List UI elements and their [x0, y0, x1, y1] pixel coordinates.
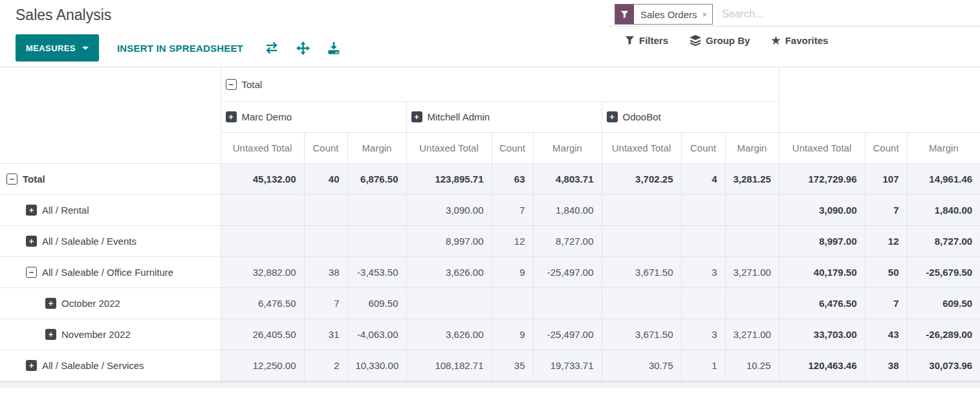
measure-header-untaxed-total[interactable]: Untaxed Total	[602, 132, 681, 163]
funnel-icon	[615, 5, 634, 24]
pivot-cell: 609.50	[907, 287, 980, 319]
pivot-cell: 3,271.00	[725, 319, 779, 350]
col-header-odoobot[interactable]: +OdooBot	[602, 101, 779, 132]
pivot-cell: -25,679.50	[907, 256, 980, 287]
flip-axis-icon[interactable]	[265, 41, 279, 54]
col-header-total[interactable]: −Total	[221, 67, 779, 101]
table-row: +November 202226,405.5031-4,063.003,626.…	[0, 319, 980, 350]
measure-header-untaxed-total[interactable]: Untaxed Total	[406, 132, 492, 163]
collapse-minus-icon[interactable]: −	[26, 267, 37, 278]
expand-plus-icon[interactable]: +	[26, 360, 37, 371]
favorites-label: Favorites	[785, 35, 829, 46]
pivot-cell	[602, 194, 681, 225]
collapse-minus-icon[interactable]: −	[226, 79, 237, 90]
pivot-cell: 12	[865, 225, 907, 256]
row-header-label: November 2022	[61, 329, 131, 340]
col-header-aggregate-empty	[779, 67, 980, 132]
pivot-cell	[492, 287, 533, 319]
pivot-toolbar: MEASURES INSERT IN SPREADSHEET	[16, 34, 340, 62]
group-header-content: +OdooBot	[607, 111, 661, 122]
pivot-cell	[406, 287, 492, 319]
pivot-cell: 12,250.00	[221, 350, 304, 381]
row-header-all-saleable-office-furniture[interactable]: −All / Saleable / Office Furniture	[0, 256, 221, 287]
funnel-icon	[625, 36, 635, 45]
facet-remove-icon[interactable]: ×	[701, 5, 713, 24]
row-header-content: −Total	[6, 174, 45, 185]
row-header-all-saleable-services[interactable]: +All / Saleable / Services	[0, 350, 221, 381]
measure-header-count[interactable]: Count	[304, 132, 347, 163]
expand-plus-icon[interactable]: +	[226, 111, 237, 122]
pivot-cell: 63	[492, 163, 533, 194]
pivot-cell	[602, 225, 681, 256]
measure-header-count[interactable]: Count	[492, 132, 533, 163]
table-row: −Total45,132.00406,876.50123,895.71634,8…	[0, 163, 980, 194]
measure-header-margin[interactable]: Margin	[725, 132, 779, 163]
expand-plus-icon[interactable]: +	[45, 298, 56, 309]
row-header-all-saleable-events[interactable]: +All / Saleable / Events	[0, 225, 221, 256]
pivot-table: −Total+Marc Demo+Mitchell Admin+OdooBotU…	[0, 67, 980, 381]
measures-button-label: MEASURES	[26, 43, 76, 53]
collapse-minus-icon[interactable]: −	[6, 174, 17, 185]
col-header-mitchell-admin[interactable]: +Mitchell Admin	[406, 101, 602, 132]
search-facet-label: Sales Orders	[634, 5, 701, 24]
expand-all-icon[interactable]	[296, 41, 310, 55]
expand-plus-icon[interactable]: +	[26, 205, 37, 216]
pivot-cell: 40	[304, 163, 347, 194]
insert-in-spreadsheet-button[interactable]: INSERT IN SPREADSHEET	[117, 43, 243, 54]
group-header-label: OdooBot	[623, 111, 661, 122]
row-header-label: All / Saleable / Services	[42, 360, 144, 371]
expand-plus-icon[interactable]: +	[26, 236, 37, 247]
row-header-all-rental[interactable]: +All / Rental	[0, 194, 221, 225]
pivot-cell: 38	[865, 350, 907, 381]
pivot-cell: 26,405.50	[221, 319, 304, 350]
pivot-cell: 12	[492, 225, 533, 256]
row-header-content: +October 2022	[45, 298, 120, 309]
measures-button[interactable]: MEASURES	[16, 34, 99, 62]
search-bar[interactable]: Sales Orders ×	[608, 3, 980, 27]
pivot-cell: 108,182.71	[406, 350, 492, 381]
group-by-button[interactable]: Group By	[690, 35, 750, 46]
group-header-content: +Mitchell Admin	[411, 111, 490, 122]
measure-header-margin[interactable]: Margin	[533, 132, 602, 163]
group-header-label: Marc Demo	[242, 111, 292, 122]
pivot-cell: 38	[304, 256, 347, 287]
favorites-button[interactable]: ★ Favorites	[771, 35, 828, 46]
download-icon[interactable]	[327, 42, 340, 54]
search-input[interactable]	[721, 8, 980, 21]
pivot-cell	[304, 194, 347, 225]
measure-header-count[interactable]: Count	[681, 132, 725, 163]
measure-header-untaxed-total[interactable]: Untaxed Total	[779, 132, 865, 163]
pivot-cell: 3,671.50	[602, 256, 681, 287]
measure-header-untaxed-total[interactable]: Untaxed Total	[221, 132, 304, 163]
page-background-strip	[0, 381, 980, 388]
measure-header-count[interactable]: Count	[865, 132, 907, 163]
pivot-cell: 172,729.96	[779, 163, 865, 194]
pivot-cell: 14,961.46	[907, 163, 980, 194]
col-header-marc-demo[interactable]: +Marc Demo	[221, 101, 406, 132]
row-header-total[interactable]: −Total	[0, 163, 221, 194]
expand-plus-icon[interactable]: +	[607, 111, 618, 122]
row-header-october-2022[interactable]: +October 2022	[0, 287, 221, 319]
row-header-november-2022[interactable]: +November 2022	[0, 319, 221, 350]
row-header-content: +All / Saleable / Events	[26, 236, 136, 247]
row-header-label: October 2022	[61, 298, 120, 309]
pivot-corner-cell	[0, 67, 221, 163]
pivot-cell	[681, 225, 725, 256]
table-row: +All / Saleable / Events8,997.00128,727.…	[0, 225, 980, 256]
pivot-cell: 8,727.00	[907, 225, 980, 256]
measure-header-margin[interactable]: Margin	[347, 132, 406, 163]
pivot-cell: 3	[681, 319, 725, 350]
chevron-down-icon	[82, 47, 89, 50]
measure-header-margin[interactable]: Margin	[907, 132, 980, 163]
pivot-cell: 7	[865, 287, 907, 319]
pivot-cell: 1	[681, 350, 725, 381]
filters-button[interactable]: Filters	[625, 35, 668, 46]
top-header: Sales Analysis MEASURES INSERT IN SPREAD…	[0, 0, 980, 67]
table-row: +October 20226,476.507609.506,476.507609…	[0, 287, 980, 319]
pivot-cell: 45,132.00	[221, 163, 304, 194]
expand-plus-icon[interactable]: +	[411, 111, 422, 122]
pivot-cell: 30.75	[602, 350, 681, 381]
expand-plus-icon[interactable]: +	[45, 329, 56, 340]
pivot-cell	[602, 287, 681, 319]
pivot-cell: 7	[492, 194, 533, 225]
